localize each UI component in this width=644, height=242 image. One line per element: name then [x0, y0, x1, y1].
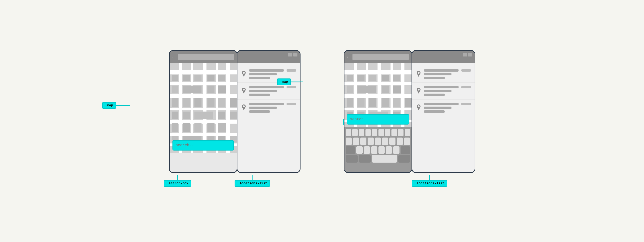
location-lines [424, 86, 458, 96]
kb-key[interactable] [385, 129, 390, 136]
kb-key[interactable] [404, 138, 410, 145]
kb-row-2 [346, 138, 410, 145]
kb-key[interactable] [352, 129, 358, 136]
phone-left-1: ← [169, 50, 238, 173]
loc-line [249, 90, 277, 92]
svg-point-90 [418, 106, 420, 107]
kb-key[interactable] [368, 138, 374, 145]
search-input-2[interactable] [347, 114, 409, 124]
window-controls-1 [288, 53, 298, 56]
svg-rect-69 [358, 86, 376, 93]
shift-key[interactable] [346, 146, 355, 154]
svg-rect-32 [230, 112, 237, 119]
kb-key[interactable] [382, 138, 388, 145]
location-lines [424, 103, 458, 113]
kb-key[interactable] [356, 146, 362, 154]
kb-key[interactable] [353, 138, 359, 145]
svg-point-48 [243, 88, 245, 90]
kb-key[interactable] [397, 138, 403, 145]
locations-line-2 [429, 175, 430, 180]
loc-line [424, 90, 452, 92]
loc-line [249, 86, 284, 88]
svg-rect-26 [218, 98, 225, 107]
list-item[interactable] [238, 83, 300, 100]
numbers-key[interactable] [346, 155, 358, 162]
kb-key[interactable] [366, 129, 371, 136]
loc-tag [462, 86, 471, 88]
search-box-2 [347, 114, 409, 124]
svg-rect-34 [182, 123, 190, 132]
svg-rect-28 [172, 112, 178, 119]
kb-key[interactable] [375, 138, 381, 145]
locations-list-label-2: .locations-list [412, 180, 447, 187]
loc-line [424, 94, 445, 96]
kb-key[interactable] [405, 129, 410, 136]
map-label: .map [102, 102, 116, 109]
kb-key[interactable] [346, 129, 351, 136]
loc-line [424, 73, 452, 76]
kb-key[interactable] [364, 146, 370, 154]
svg-rect-37 [218, 123, 226, 132]
svg-marker-47 [242, 91, 245, 94]
kb-key[interactable] [398, 129, 404, 136]
svg-rect-22 [172, 98, 178, 107]
svg-marker-86 [417, 91, 420, 94]
loc-line [424, 103, 458, 105]
win-btn-2 [293, 53, 298, 56]
kb-key[interactable] [359, 129, 364, 136]
return-key[interactable] [398, 155, 410, 162]
emoji-key[interactable] [359, 155, 371, 162]
list-item[interactable] [412, 66, 474, 83]
kb-key[interactable] [386, 146, 392, 154]
list-item[interactable] [412, 83, 474, 100]
pin-icon [416, 87, 421, 94]
svg-rect-72 [347, 98, 353, 107]
svg-rect-76 [393, 98, 400, 107]
location-lines [249, 69, 284, 79]
phone-header-2: ← [344, 51, 412, 63]
search-box-label: .search-box [164, 180, 191, 187]
loc-line [424, 110, 445, 113]
locations-list-label: .locations-list [234, 180, 270, 187]
loc-line [249, 103, 284, 105]
loc-line [249, 73, 277, 76]
kb-key[interactable] [393, 146, 399, 154]
svg-rect-67 [393, 75, 400, 81]
svg-rect-65 [369, 75, 376, 81]
list-item[interactable] [238, 100, 300, 116]
locations-line [252, 175, 252, 180]
svg-rect-16 [208, 75, 214, 81]
locations-list-2[interactable] [412, 63, 474, 172]
svg-rect-24 [194, 98, 202, 107]
kb-key[interactable] [378, 146, 384, 154]
list-item[interactable] [412, 100, 474, 116]
scenario-1: ← [168, 50, 301, 192]
map-area-1 [170, 63, 237, 153]
back-arrow-icon-2[interactable]: ← [347, 54, 350, 60]
svg-rect-36 [208, 123, 214, 132]
svg-marker-83 [417, 74, 420, 77]
kb-key[interactable] [371, 146, 377, 154]
svg-rect-64 [358, 75, 364, 81]
back-arrow-icon[interactable]: ← [172, 54, 175, 60]
loc-tag [462, 103, 471, 105]
loc-line [424, 86, 458, 88]
svg-rect-14 [182, 75, 190, 81]
kb-key[interactable] [360, 138, 366, 145]
locations-list-annotation-2: .locations-list [412, 175, 447, 187]
kb-key[interactable] [389, 138, 396, 145]
kb-key[interactable] [392, 129, 397, 136]
kb-key[interactable] [378, 129, 384, 136]
scenario-2: ← [343, 50, 476, 192]
kb-key[interactable] [372, 129, 377, 136]
delete-key[interactable] [401, 146, 410, 154]
annotations-1: .map .search-box .locations-list [168, 173, 301, 192]
kb-key[interactable] [346, 138, 352, 145]
win-btn-4 [468, 53, 472, 56]
space-key[interactable] [372, 155, 397, 162]
win-btn-3 [463, 53, 467, 56]
search-input-1[interactable] [172, 140, 234, 150]
kb-row-1 [346, 129, 410, 136]
svg-rect-75 [382, 98, 389, 107]
loc-tag [286, 103, 296, 105]
